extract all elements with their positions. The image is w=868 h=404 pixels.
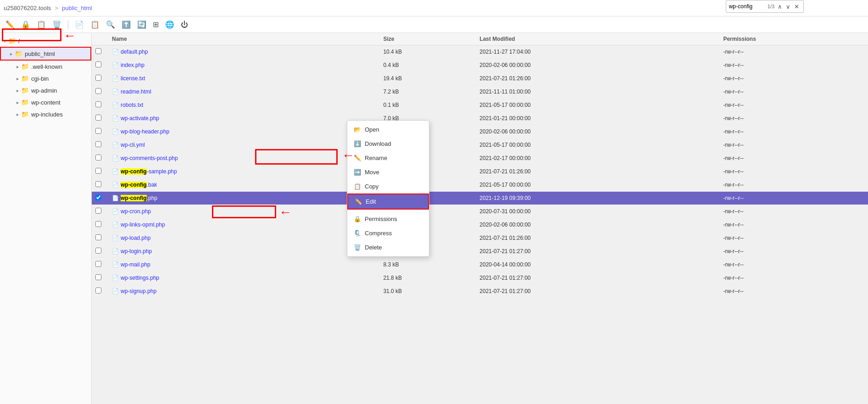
- row-checkbox[interactable]: [95, 168, 101, 174]
- table-row[interactable]: 📄wp-config-sample.php2.9 kB2021-07-21 01…: [92, 165, 868, 178]
- file-name-cell[interactable]: 📄wp-config-sample.php: [108, 165, 379, 178]
- context-menu-item-edit[interactable]: ✏️Edit: [347, 194, 429, 210]
- copy-icon[interactable]: 📋: [89, 18, 101, 31]
- file-icon: 📄: [112, 128, 119, 135]
- file-name-cell[interactable]: 📄wp-login.php: [108, 245, 379, 258]
- file-name-cell[interactable]: 📄wp-settings.php: [108, 271, 379, 285]
- context-menu-item-permissions[interactable]: 🔒Permissions: [347, 212, 429, 226]
- search-next-button[interactable]: ∨: [785, 3, 792, 10]
- table-row[interactable]: 📄wp-load.php3.8 kB2021-07-21 01:26:00-rw…: [92, 232, 868, 245]
- row-checkbox[interactable]: [95, 221, 101, 227]
- new-file-icon[interactable]: 📄: [73, 18, 86, 31]
- table-row[interactable]: 📄wp-cli.yml0.1 kB2021-05-17 00:00:00-rw-…: [92, 138, 868, 152]
- grid-icon[interactable]: ⊞: [151, 18, 161, 31]
- sidebar-item-wp-admin[interactable]: ▸ 📁 wp-admin: [0, 84, 91, 96]
- row-checkbox[interactable]: [95, 128, 101, 134]
- row-checkbox[interactable]: [95, 155, 101, 160]
- context-menu-item-open[interactable]: 📂Open: [347, 122, 429, 137]
- power-icon[interactable]: ⏻: [179, 19, 190, 31]
- row-checkbox[interactable]: [95, 48, 101, 54]
- context-menu-item-compress[interactable]: 🗜️Compress: [347, 226, 429, 240]
- info-icon[interactable]: 📋: [35, 18, 48, 31]
- breadcrumb-folder[interactable]: public_html: [62, 5, 92, 11]
- search-close-button[interactable]: ✕: [793, 3, 801, 10]
- file-name-cell[interactable]: 📄robots.txt: [108, 99, 379, 112]
- row-checkbox[interactable]: [95, 61, 101, 67]
- row-checkbox[interactable]: [95, 141, 101, 147]
- table-row[interactable]: 📄robots.txt0.1 kB2021-05-17 00:00:00-rw-…: [92, 99, 868, 112]
- table-row[interactable]: 📄license.txt19.4 kB2021-07-21 01:26:00-r…: [92, 72, 868, 85]
- search-input[interactable]: [729, 3, 766, 10]
- file-name-cell[interactable]: 📄wp-signup.php: [108, 285, 379, 298]
- table-row[interactable]: 📄index.php0.4 kB2020-02-06 00:00:00-rw-r…: [92, 59, 868, 72]
- context-menu: 📂Open⬇️Download✏️Rename➡️Move📋Copy✏️Edit…: [347, 120, 429, 257]
- file-name-cell[interactable]: 📄index.php: [108, 59, 379, 72]
- delete-icon[interactable]: 🗑️: [50, 18, 63, 31]
- breadcrumb-site[interactable]: u258076202.tools: [4, 5, 51, 11]
- file-size: 8.3 kB: [379, 258, 476, 271]
- sidebar-item-cgi-bin[interactable]: ▸ 📁 cgi-bin: [0, 72, 91, 84]
- table-row[interactable]: 📄wp-activate.php7.0 kB2021-01-21 00:00:0…: [92, 112, 868, 125]
- file-name-cell[interactable]: 📄wp-mail.php: [108, 258, 379, 271]
- file-name-cell[interactable]: 📄wp-config.php: [108, 192, 379, 205]
- col-name[interactable]: Name: [108, 33, 379, 45]
- file-name-cell[interactable]: 📄wp-cron.php: [108, 205, 379, 218]
- sidebar-item-well-known[interactable]: ▸ 📁 .well-known: [0, 61, 91, 72]
- table-row[interactable]: 📄wp-config.php3.1 kB2021-12-19 09:39:00-…: [92, 192, 868, 205]
- row-checkbox[interactable]: [95, 115, 101, 121]
- sidebar-item-wp-content[interactable]: ▸ 📁 wp-content: [0, 96, 91, 108]
- context-menu-item-move[interactable]: ➡️Move: [347, 165, 429, 179]
- file-name-cell[interactable]: 📄wp-blog-header.php: [108, 125, 379, 138]
- context-menu-item-delete[interactable]: 🗑️Delete: [347, 240, 429, 255]
- context-menu-item-copy[interactable]: 📋Copy: [347, 179, 429, 194]
- table-row[interactable]: 📄wp-config.bak3.0 kB2021-05-17 00:00:00-…: [92, 178, 868, 192]
- row-checkbox[interactable]: [95, 288, 101, 293]
- file-name-cell[interactable]: 📄readme.html: [108, 85, 379, 99]
- table-row[interactable]: 📄wp-login.php44.4 kB2021-07-21 01:27:00-…: [92, 245, 868, 258]
- col-date[interactable]: Last Modified: [476, 33, 692, 45]
- table-row[interactable]: 📄wp-signup.php31.0 kB2021-07-21 01:27:00…: [92, 285, 868, 298]
- table-row[interactable]: 📄readme.html7.2 kB2021-11-11 01:00:00-rw…: [92, 85, 868, 99]
- row-checkbox[interactable]: [95, 248, 101, 254]
- context-menu-item-rename[interactable]: ✏️Rename: [347, 151, 429, 165]
- file-name-cell[interactable]: 📄wp-comments-post.php: [108, 152, 379, 165]
- row-checkbox[interactable]: [95, 208, 101, 214]
- edit-icon[interactable]: ✏️: [4, 18, 17, 31]
- file-name-cell[interactable]: 📄wp-cli.yml: [108, 138, 379, 152]
- row-checkbox[interactable]: [95, 194, 101, 200]
- upload-icon[interactable]: ⬆️: [120, 18, 133, 31]
- file-name-cell[interactable]: 📄wp-activate.php: [108, 112, 379, 125]
- row-checkbox[interactable]: [95, 101, 101, 107]
- row-checkbox[interactable]: [95, 75, 101, 81]
- table-row[interactable]: 📄wp-settings.php21.8 kB2021-07-21 01:27:…: [92, 271, 868, 285]
- sidebar-item-public-html[interactable]: ▸ 📁 public_html ←: [0, 47, 91, 61]
- row-checkbox[interactable]: [95, 181, 101, 187]
- table-row[interactable]: 📄wp-blog-header.php0.3 kB2020-02-06 00:0…: [92, 125, 868, 138]
- search-icon[interactable]: 🔍: [104, 18, 117, 31]
- search-prev-button[interactable]: ∧: [776, 3, 784, 10]
- row-checkbox[interactable]: [95, 274, 101, 280]
- globe-icon[interactable]: 🌐: [163, 18, 176, 31]
- file-icon: 📄: [112, 142, 119, 148]
- context-menu-item-download[interactable]: ⬇️Download: [347, 137, 429, 151]
- table-row[interactable]: 📄wp-mail.php8.3 kB2020-04-14 00:00:00-rw…: [92, 258, 868, 271]
- table-row[interactable]: 📄default.php10.4 kB2021-11-27 17:04:00-r…: [92, 45, 868, 59]
- row-checkbox[interactable]: [95, 234, 101, 240]
- file-name-cell[interactable]: 📄wp-config.bak: [108, 178, 379, 192]
- lock-icon[interactable]: 🔒: [19, 18, 32, 31]
- table-row[interactable]: 📄wp-cron.php3.8 kB2020-07-31 00:00:00-rw…: [92, 205, 868, 218]
- file-name-cell[interactable]: 📄default.php: [108, 45, 379, 59]
- file-name-cell[interactable]: 📄license.txt: [108, 72, 379, 85]
- sidebar-item-root[interactable]: ▾ 📁 /: [0, 35, 91, 47]
- row-checkbox[interactable]: [95, 261, 101, 267]
- row-checkbox[interactable]: [95, 88, 101, 94]
- sidebar-item-wp-includes[interactable]: ▸ 📁 wp-includes: [0, 108, 91, 120]
- table-row[interactable]: 📄wp-comments-post.php2.3 kB2021-02-17 00…: [92, 152, 868, 165]
- table-row[interactable]: 📄wp-links-opml.php2.4 kB2020-02-06 00:00…: [92, 218, 868, 232]
- file-name-cell[interactable]: 📄wp-links-opml.php: [108, 218, 379, 232]
- chevron-right-icon-wk: ▸: [17, 64, 19, 69]
- file-name-cell[interactable]: 📄wp-load.php: [108, 232, 379, 245]
- col-permissions[interactable]: Permissions: [719, 33, 868, 45]
- col-size[interactable]: Size: [379, 33, 476, 45]
- refresh-icon[interactable]: 🔄: [135, 18, 148, 31]
